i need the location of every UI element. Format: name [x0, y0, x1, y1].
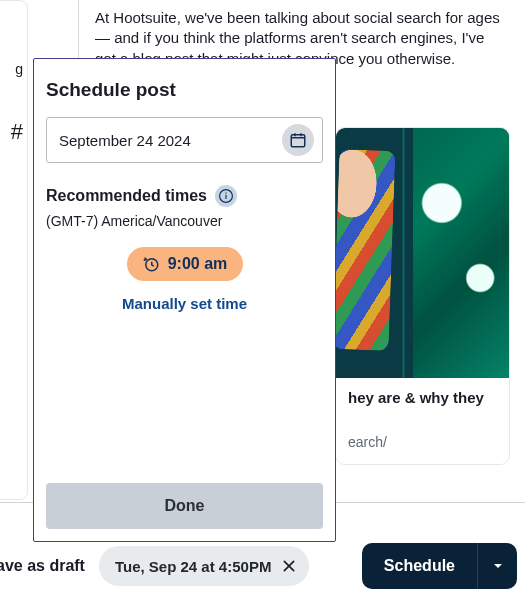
schedule-post-modal: Schedule post September 24 2024 Recommen… — [33, 58, 336, 542]
schedule-button[interactable]: Schedule — [362, 543, 477, 589]
preview-title-fragment: hey are & why they — [348, 388, 497, 408]
sparkle-clock-icon — [142, 255, 160, 273]
link-preview-card: hey are & why they earch/ — [335, 127, 510, 465]
done-button[interactable]: Done — [46, 483, 323, 529]
save-as-draft-button[interactable]: ave as draft — [0, 557, 85, 575]
svg-point-1 — [455, 353, 466, 364]
calendar-icon[interactable] — [282, 124, 314, 156]
hash-icon: # — [0, 119, 23, 145]
preview-url-fragment: earch/ — [348, 434, 497, 450]
date-picker-field[interactable]: September 24 2024 — [46, 117, 323, 163]
scheduled-time-chip[interactable]: Tue, Sep 24 at 4:50PM — [99, 546, 309, 586]
chevron-down-icon — [490, 558, 506, 574]
schedule-button-group: Schedule — [362, 543, 517, 589]
recommended-time-chip[interactable]: 9:00 am — [127, 247, 243, 281]
scheduled-time-value: Tue, Sep 24 at 4:50PM — [115, 558, 271, 575]
schedule-button-label: Schedule — [384, 557, 455, 575]
schedule-options-button[interactable] — [477, 543, 517, 589]
left-panel-fragment: g # — [0, 0, 28, 500]
timezone-label: (GMT-7) America/Vancouver — [46, 213, 323, 229]
clear-schedule-icon[interactable] — [281, 558, 297, 574]
recommended-times-row: Recommended times — [46, 185, 323, 207]
bottom-action-bar: ave as draft Tue, Sep 24 at 4:50PM Sched… — [0, 531, 525, 601]
preview-meta: hey are & why they earch/ — [336, 378, 509, 464]
svg-rect-4 — [225, 195, 226, 199]
preview-image — [336, 128, 509, 378]
svg-rect-5 — [225, 193, 226, 194]
preview-image-accent — [495, 128, 509, 378]
recommended-time-value: 9:00 am — [168, 255, 228, 273]
done-button-label: Done — [165, 497, 205, 515]
svg-rect-2 — [291, 135, 305, 147]
svg-point-0 — [449, 348, 472, 371]
info-icon[interactable] — [215, 185, 237, 207]
left-frag-text: g — [0, 61, 23, 77]
recommended-times-label: Recommended times — [46, 187, 207, 205]
target-icon — [431, 328, 495, 378]
modal-title: Schedule post — [46, 79, 323, 101]
preview-image-figure — [336, 149, 395, 351]
manually-set-time-link[interactable]: Manually set time — [46, 295, 323, 312]
date-picker-value: September 24 2024 — [59, 132, 191, 149]
